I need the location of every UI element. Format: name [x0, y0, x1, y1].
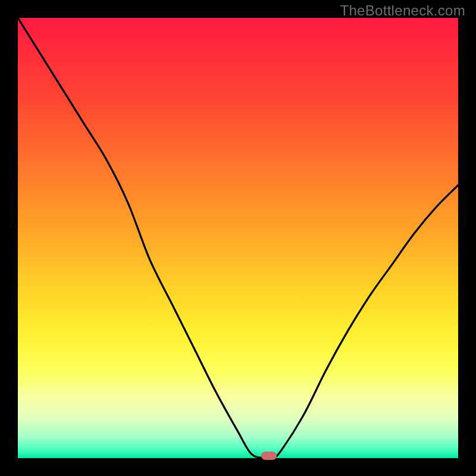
curve-path	[18, 18, 458, 458]
watermark-label: TheBottleneck.com	[340, 2, 465, 19]
bottleneck-curve	[18, 18, 458, 458]
plot-area	[18, 18, 458, 458]
chart-frame: TheBottleneck.com	[0, 0, 476, 476]
optimal-marker	[261, 452, 277, 460]
